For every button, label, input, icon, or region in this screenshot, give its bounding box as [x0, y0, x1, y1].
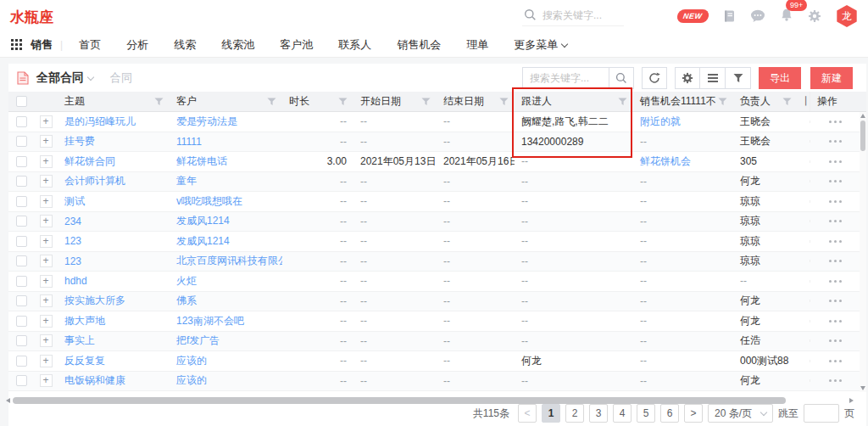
nav-item-7[interactable]: 理单	[453, 37, 501, 53]
list-search-input[interactable]	[523, 68, 609, 88]
expand-icon[interactable]: +	[40, 374, 53, 387]
row-checkbox[interactable]	[16, 276, 27, 287]
cell-customer[interactable]: 应该的	[170, 373, 282, 388]
nav-module-label[interactable]: 销售	[31, 37, 53, 53]
nav-item-4[interactable]: 客户池	[267, 37, 326, 53]
nav-item-8[interactable]: 更多菜单	[501, 37, 580, 53]
next-page-button[interactable]: >	[684, 404, 703, 423]
more-actions-icon[interactable]	[810, 339, 860, 342]
cell-customer[interactable]: 佛系	[170, 294, 282, 308]
filter-funnel-icon[interactable]	[338, 97, 348, 106]
cell-customer[interactable]: 把f发广告	[170, 334, 282, 348]
more-actions-icon[interactable]	[810, 320, 860, 322]
row-checkbox[interactable]	[16, 176, 27, 187]
page-button-1[interactable]: 1	[542, 404, 560, 423]
app-grid-icon[interactable]	[11, 39, 22, 50]
row-checkbox[interactable]	[16, 116, 27, 127]
row-checkbox[interactable]	[16, 156, 27, 167]
nav-item-2[interactable]: 线索	[161, 37, 209, 53]
cell-subject[interactable]: 事实上	[58, 334, 170, 348]
cell-customer[interactable]: 123南湖不会吧	[170, 314, 282, 328]
filter-funnel-icon[interactable]	[718, 97, 727, 106]
expand-icon[interactable]: +	[40, 315, 53, 328]
select-all-checkbox[interactable]	[16, 96, 27, 107]
expand-icon[interactable]: +	[40, 175, 53, 188]
more-actions-icon[interactable]	[810, 121, 860, 123]
cell-subject[interactable]: 鲜花饼合同	[58, 154, 170, 169]
cell-subject[interactable]: 123	[58, 255, 170, 267]
row-checkbox[interactable]	[16, 375, 27, 386]
row-checkbox[interactable]	[16, 236, 27, 247]
row-checkbox[interactable]	[16, 335, 27, 346]
jump-page-input[interactable]	[804, 404, 839, 423]
cell-customer[interactable]: 北京百度网讯科技有限公司	[170, 254, 282, 268]
cell-customer[interactable]: v哦吃哦想哦在	[170, 194, 282, 209]
user-avatar[interactable]: 龙	[836, 5, 858, 27]
horizontal-scrollbar[interactable]	[6, 396, 860, 404]
expand-icon[interactable]: +	[40, 215, 53, 227]
row-checkbox[interactable]	[16, 255, 27, 266]
filter-funnel-icon[interactable]	[782, 97, 792, 106]
journal-icon[interactable]	[722, 9, 736, 23]
more-actions-icon[interactable]	[810, 180, 860, 182]
filter-button[interactable]	[726, 67, 751, 89]
page-size-select[interactable]: 20 条/页	[708, 404, 773, 423]
cell-subject[interactable]: 挂号费	[58, 134, 170, 149]
more-actions-icon[interactable]	[810, 300, 860, 302]
page-button-2[interactable]: 2	[565, 404, 584, 423]
cell-customer[interactable]: 火炬	[170, 274, 282, 289]
global-search[interactable]	[522, 6, 624, 26]
cell-subject[interactable]: 测试	[58, 194, 170, 209]
list-search-button[interactable]	[609, 68, 633, 88]
filter-funnel-icon[interactable]	[618, 97, 627, 106]
nav-item-5[interactable]: 联系人	[326, 37, 384, 53]
vertical-scroll-thumb[interactable]	[860, 121, 865, 151]
more-actions-icon[interactable]	[810, 280, 860, 283]
cell-customer[interactable]: 11111	[170, 136, 282, 148]
row-checkbox[interactable]	[16, 316, 27, 327]
more-actions-icon[interactable]	[810, 260, 860, 262]
cell-subject[interactable]: 会计师计算机	[58, 174, 170, 188]
horizontal-scroll-thumb[interactable]	[13, 397, 786, 404]
row-checkbox[interactable]	[16, 136, 27, 147]
row-checkbox[interactable]	[16, 196, 27, 207]
export-button[interactable]: 导出	[759, 67, 801, 89]
scroll-right-icon[interactable]	[849, 398, 854, 403]
more-actions-icon[interactable]	[810, 200, 860, 203]
messages-icon[interactable]	[750, 9, 765, 23]
expand-icon[interactable]: +	[40, 355, 53, 367]
settings-gear-icon[interactable]	[808, 9, 821, 23]
page-button-5[interactable]: 5	[637, 404, 655, 423]
nav-item-1[interactable]: 分析	[114, 37, 161, 53]
expand-icon[interactable]: +	[40, 195, 53, 208]
cell-subject[interactable]: 撒大声地	[58, 314, 170, 328]
more-actions-icon[interactable]	[810, 379, 860, 382]
cell-subject[interactable]: 是的冯绍峰玩儿	[58, 115, 170, 129]
chevron-down-icon[interactable]	[87, 73, 94, 80]
filter-funnel-icon[interactable]	[267, 97, 276, 106]
cell-customer[interactable]: 发威风1214	[170, 214, 282, 228]
vertical-scrollbar[interactable]	[860, 112, 866, 392]
cell-customer[interactable]: 发威风1214	[170, 234, 282, 249]
more-actions-icon[interactable]	[810, 220, 860, 222]
cell-subject[interactable]: 反反复复	[58, 354, 170, 368]
global-search-input[interactable]	[542, 9, 620, 21]
cell-customer[interactable]: 爱是劳动法是	[170, 115, 282, 129]
expand-icon[interactable]: +	[40, 294, 53, 307]
page-button-4[interactable]: 4	[613, 404, 632, 423]
expand-icon[interactable]: +	[40, 155, 53, 168]
cell-subject[interactable]: 123	[58, 235, 170, 247]
prev-page-button[interactable]: <	[518, 404, 537, 423]
expand-icon[interactable]: +	[40, 235, 53, 248]
filter-funnel-icon[interactable]	[499, 97, 509, 106]
scroll-left-icon[interactable]	[6, 398, 10, 403]
cell-subject[interactable]: 按实施大所多	[58, 294, 170, 308]
row-checkbox[interactable]	[16, 216, 27, 227]
cell-opportunity[interactable]: 鲜花饼机会	[633, 154, 733, 169]
row-checkbox[interactable]	[16, 356, 27, 367]
expand-icon[interactable]: +	[40, 115, 53, 128]
expand-icon[interactable]: +	[40, 275, 53, 288]
nav-item-6[interactable]: 销售机会	[384, 37, 453, 53]
nav-item-0[interactable]: 首页	[66, 37, 114, 53]
row-checkbox[interactable]	[16, 295, 27, 306]
